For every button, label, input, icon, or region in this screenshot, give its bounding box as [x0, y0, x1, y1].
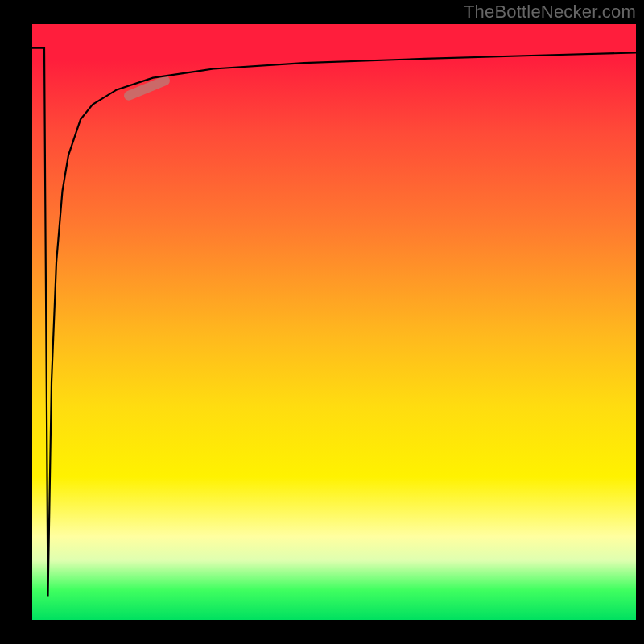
- bottleneck-curve: [32, 48, 636, 597]
- highlight-segment: [129, 80, 165, 96]
- plot-area: [32, 24, 636, 620]
- chart-container: TheBottleNecker.com: [0, 0, 644, 644]
- curve-layer: [32, 24, 636, 620]
- source-label: TheBottleNecker.com: [464, 2, 636, 23]
